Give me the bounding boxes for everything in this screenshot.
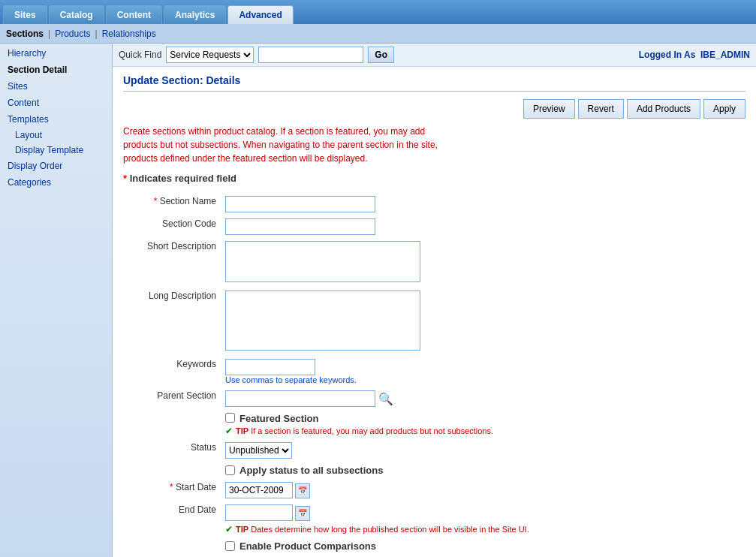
dates-tip-text: TIP Dates determine how long the publish… bbox=[236, 525, 529, 534]
keywords-row: Keywords Use commas to separate keywords… bbox=[123, 356, 745, 387]
keywords-input[interactable] bbox=[225, 359, 315, 375]
sidebar-item-display-template[interactable]: Display Template bbox=[0, 143, 112, 158]
revert-button-top[interactable]: Revert bbox=[578, 99, 624, 119]
parent-section-label: Parent Section bbox=[123, 387, 221, 410]
apply-button-top[interactable]: Apply bbox=[703, 99, 745, 119]
enable-comparisons-checkbox[interactable] bbox=[225, 541, 235, 551]
quick-find-input[interactable] bbox=[258, 47, 363, 63]
enable-comparisons-label: Enable Product Comparisons bbox=[239, 540, 376, 552]
top-button-bar: Preview Revert Add Products Apply bbox=[123, 99, 745, 119]
enable-comparisons-label-cell bbox=[123, 537, 221, 555]
section-code-label: Section Code bbox=[123, 215, 221, 238]
sidebar-item-content[interactable]: Content bbox=[0, 95, 112, 111]
nav-relationships[interactable]: Relationships bbox=[102, 29, 156, 39]
long-desc-textarea[interactable] bbox=[225, 291, 420, 351]
form-table: * Section Name Section Code Short Descri… bbox=[123, 193, 745, 555]
quick-find-bar: Quick Find Service Requests Go Logged In… bbox=[113, 44, 756, 67]
required-star: * bbox=[123, 173, 127, 184]
sidebar-item-hierarchy[interactable]: Hierarchy bbox=[0, 45, 112, 62]
quick-find-select[interactable]: Service Requests bbox=[166, 47, 254, 63]
enable-comparisons-group: Enable Product Comparisons bbox=[225, 540, 741, 552]
required-note-text: Indicates required field bbox=[130, 173, 236, 184]
keywords-hint: Use commas to separate keywords. bbox=[225, 375, 741, 384]
quick-find-label: Quick Find bbox=[119, 50, 161, 60]
featured-label-cell bbox=[123, 410, 221, 439]
section-code-input[interactable] bbox=[225, 218, 375, 235]
end-date-calendar-icon[interactable]: 📅 bbox=[295, 506, 310, 521]
tab-advanced[interactable]: Advanced bbox=[227, 5, 293, 24]
tab-analytics[interactable]: Analytics bbox=[164, 5, 226, 24]
sidebar-item-section-detail[interactable]: Section Detail bbox=[0, 62, 112, 78]
preview-button-top[interactable]: Preview bbox=[523, 99, 575, 119]
add-products-button-top[interactable]: Add Products bbox=[627, 99, 700, 119]
enable-comparisons-row: Enable Product Comparisons bbox=[123, 537, 745, 555]
section-code-row: Section Code bbox=[123, 215, 745, 238]
sidebar-item-sites[interactable]: Sites bbox=[0, 78, 112, 95]
quick-find-left: Quick Find Service Requests Go bbox=[119, 47, 394, 63]
nav-sections[interactable]: Sections bbox=[6, 29, 44, 39]
logged-in-prefix: Logged In As bbox=[639, 50, 696, 60]
second-nav: Sections | Products | Relationships bbox=[0, 24, 756, 44]
top-nav: Sites Catalog Content Analytics Advanced bbox=[0, 0, 756, 24]
logged-in-user: IBE_ADMIN bbox=[700, 50, 750, 60]
end-date-row: End Date 📅 ✔ TIP Dates determine how lon… bbox=[123, 501, 745, 537]
featured-section-label: Featured Section bbox=[239, 413, 318, 424]
status-select[interactable]: PublishedUnpublished bbox=[225, 442, 292, 459]
required-note: * Indicates required field bbox=[123, 173, 745, 184]
apply-status-label-cell bbox=[123, 462, 221, 479]
start-date-input[interactable]: 30-OCT-2009 bbox=[225, 482, 293, 498]
status-label: Status bbox=[123, 439, 221, 462]
parent-section-row: Parent Section 🔍 bbox=[123, 387, 745, 410]
dates-tip-check-icon: ✔ bbox=[225, 524, 233, 534]
end-date-input[interactable] bbox=[225, 504, 293, 521]
go-button[interactable]: Go bbox=[368, 47, 394, 63]
parent-section-input[interactable] bbox=[225, 390, 375, 407]
sidebar-item-layout[interactable]: Layout bbox=[0, 128, 112, 143]
section-name-input[interactable] bbox=[225, 196, 375, 212]
featured-row: Featured Section ✔ TIP If a section is f… bbox=[123, 410, 745, 439]
apply-status-row: Apply status to all subsections bbox=[123, 462, 745, 479]
featured-tip-label: TIP If a section is featured, you may ad… bbox=[236, 426, 493, 435]
start-date-calendar-icon[interactable]: 📅 bbox=[295, 483, 310, 498]
apply-status-group: Apply status to all subsections bbox=[225, 465, 741, 476]
logged-in-info: Logged In As IBE_ADMIN bbox=[639, 50, 750, 60]
sidebar-item-display-order[interactable]: Display Order bbox=[0, 158, 112, 174]
long-desc-row: Long Description bbox=[123, 288, 745, 356]
section-name-label: * Section Name bbox=[123, 193, 221, 215]
content-area: Quick Find Service Requests Go Logged In… bbox=[113, 44, 756, 557]
start-date-row: * Start Date 30-OCT-2009 📅 bbox=[123, 479, 745, 501]
tab-sites[interactable]: Sites bbox=[3, 5, 47, 24]
search-icon[interactable]: 🔍 bbox=[378, 392, 393, 406]
sidebar-item-templates[interactable]: Templates bbox=[0, 111, 112, 128]
featured-checkbox[interactable] bbox=[225, 413, 235, 423]
parent-section-field-group: 🔍 bbox=[225, 390, 741, 407]
featured-tip-row: ✔ TIP If a section is featured, you may … bbox=[225, 426, 741, 436]
short-desc-row: Short Description bbox=[123, 238, 745, 288]
section-name-row: * Section Name bbox=[123, 193, 745, 215]
apply-status-label: Apply status to all subsections bbox=[239, 465, 383, 476]
short-desc-label: Short Description bbox=[123, 238, 221, 288]
tab-content[interactable]: Content bbox=[106, 5, 162, 24]
featured-section-group: Featured Section bbox=[225, 413, 741, 424]
short-desc-textarea[interactable] bbox=[225, 241, 420, 282]
page-content: Update Section: Details Preview Revert A… bbox=[113, 67, 756, 557]
page-title: Update Section: Details bbox=[123, 74, 745, 92]
nav-products[interactable]: Products bbox=[55, 29, 90, 39]
sidebar-item-categories[interactable]: Categories bbox=[0, 174, 112, 191]
start-date-label: * Start Date bbox=[123, 479, 221, 501]
nav-sep-1: | bbox=[48, 29, 50, 39]
info-text: Create sections within product catalog. … bbox=[123, 125, 745, 165]
end-date-label: End Date bbox=[123, 501, 221, 537]
main-layout: Hierarchy Section Detail Sites Content T… bbox=[0, 44, 756, 557]
apply-status-checkbox[interactable] bbox=[225, 465, 235, 475]
nav-sep-2: | bbox=[95, 29, 98, 39]
sidebar: Hierarchy Section Detail Sites Content T… bbox=[0, 44, 113, 557]
keywords-label: Keywords bbox=[123, 356, 221, 387]
tip-check-icon: ✔ bbox=[225, 426, 233, 436]
long-desc-label: Long Description bbox=[123, 288, 221, 356]
tab-catalog[interactable]: Catalog bbox=[49, 5, 104, 24]
status-row: Status PublishedUnpublished bbox=[123, 439, 745, 462]
dates-tip-row: ✔ TIP Dates determine how long the publi… bbox=[225, 524, 741, 534]
